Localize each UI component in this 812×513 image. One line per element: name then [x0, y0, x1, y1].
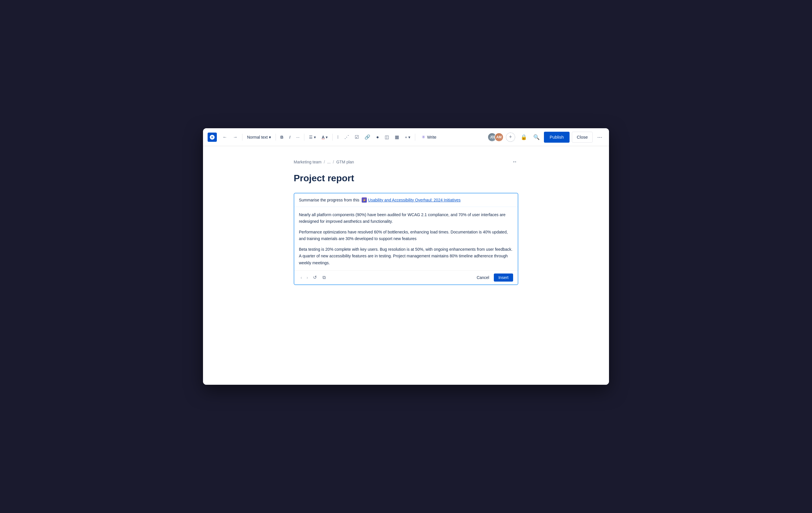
- numbered-list-icon: ⋰: [344, 135, 349, 139]
- ai-panel: Summarise the progress from this ⚡ Usabi…: [294, 193, 518, 285]
- text-format-label: Normal text: [247, 135, 268, 139]
- divider-4: [332, 134, 332, 141]
- divider-3: [304, 134, 304, 141]
- ai-paragraph-3: Beta testing is 20% complete with key us…: [299, 246, 513, 266]
- divider-5: [415, 134, 415, 141]
- page-title[interactable]: Project report: [294, 173, 518, 184]
- lightning-icon: ⚡: [362, 198, 366, 202]
- ai-content: Nearly all platform components (90%) hav…: [294, 207, 518, 266]
- collaborators-group: JD AM: [488, 133, 503, 142]
- ai-source-link[interactable]: ⚡ Usability and Accessibility Overhaul: …: [361, 197, 460, 202]
- ai-prev-icon: ‹: [300, 275, 302, 280]
- close-label: Close: [577, 135, 588, 139]
- divider-2: [276, 134, 276, 141]
- bold-button[interactable]: B: [278, 132, 286, 142]
- avatar-2[interactable]: AM: [494, 133, 503, 142]
- ai-copy-icon: ⧉: [322, 275, 326, 280]
- more-format-button[interactable]: ···: [294, 132, 302, 142]
- task-icon: ☑: [355, 135, 359, 139]
- write-ai-button[interactable]: ✳ Write: [417, 133, 440, 141]
- italic-label: I: [289, 135, 290, 139]
- divider-1: [242, 134, 242, 141]
- main-content: Marketing team / ... / GTM plan ↔ Projec…: [203, 146, 609, 385]
- ai-copy-button[interactable]: ⧉: [320, 274, 328, 281]
- breadcrumb-item-gtm[interactable]: GTM plan: [336, 160, 354, 164]
- columns-button[interactable]: ▦: [393, 132, 401, 142]
- add-collaborator-icon: +: [509, 134, 512, 140]
- expand-width-icon: ↔: [512, 159, 517, 165]
- ai-next-button[interactable]: ›: [305, 274, 310, 281]
- align-icon: ☰: [309, 135, 313, 139]
- lock-icon: 🔒: [521, 134, 527, 140]
- app-window: ← → Normal text ▾ B I ··· ☰ ▾ A ▾: [203, 128, 609, 385]
- ai-cancel-button[interactable]: Cancel: [473, 273, 493, 281]
- table-icon: ◫: [385, 135, 389, 139]
- write-label: Write: [427, 135, 436, 139]
- add-collaborator-button[interactable]: +: [506, 133, 515, 142]
- ai-paragraph-1: Nearly all platform components (90%) hav…: [299, 212, 513, 225]
- bullet-list-button[interactable]: ⁝: [335, 132, 341, 142]
- more-insert-button[interactable]: + ▾: [403, 132, 413, 142]
- align-chevron-icon: ▾: [314, 135, 316, 139]
- plus-icon: +: [405, 135, 407, 139]
- link-icon: 🔗: [365, 135, 370, 139]
- ai-refresh-button[interactable]: ↺: [311, 273, 319, 281]
- image-icon: ●: [376, 135, 379, 139]
- ai-next-icon: ›: [307, 275, 308, 280]
- breadcrumb: Marketing team / ... / GTM plan ↔: [294, 158, 518, 166]
- table-button[interactable]: ◫: [382, 132, 391, 142]
- align-button[interactable]: ☰ ▾: [307, 132, 318, 142]
- ai-prompt-row: Summarise the progress from this ⚡ Usabi…: [294, 193, 518, 207]
- ai-link-icon: ⚡: [361, 197, 367, 202]
- ai-insert-label: Insert: [498, 275, 509, 280]
- breadcrumb-item-ellipsis[interactable]: ...: [327, 160, 330, 164]
- ai-prompt-prefix: Summarise the progress from this: [299, 198, 359, 202]
- ai-insert-button[interactable]: Insert: [494, 273, 513, 281]
- app-logo[interactable]: [208, 133, 217, 142]
- undo-button[interactable]: ←: [220, 132, 230, 142]
- breadcrumb-sep-2: /: [333, 160, 334, 164]
- toolbar-right-actions: 🔒 🔍 Publish Close ···: [519, 132, 604, 143]
- ai-refresh-icon: ↺: [313, 275, 317, 280]
- color-button[interactable]: A ▾: [319, 132, 330, 142]
- write-ai-icon: ✳: [422, 134, 425, 140]
- more-format-label: ···: [296, 135, 300, 139]
- bold-label: B: [281, 135, 284, 139]
- more-options-button[interactable]: ···: [595, 132, 604, 142]
- text-format-dropdown[interactable]: Normal text ▾: [245, 132, 273, 142]
- expand-width-button[interactable]: ↔: [511, 158, 518, 166]
- ai-prev-button[interactable]: ‹: [299, 274, 304, 281]
- task-button[interactable]: ☑: [352, 132, 361, 142]
- publish-button[interactable]: Publish: [544, 132, 570, 143]
- search-icon: 🔍: [533, 134, 540, 140]
- ai-paragraph-2: Performance optimizations have resolved …: [299, 229, 513, 242]
- breadcrumb-actions: ↔: [511, 158, 518, 166]
- ai-link-label: Usability and Accessibility Overhaul: 20…: [368, 198, 460, 202]
- link-button[interactable]: 🔗: [362, 132, 373, 142]
- bullet-list-icon: ⁝: [337, 135, 339, 139]
- breadcrumb-item-marketing[interactable]: Marketing team: [294, 160, 321, 164]
- close-button[interactable]: Close: [572, 132, 592, 143]
- more-options-icon: ···: [597, 134, 602, 140]
- editor-area: Marketing team / ... / GTM plan ↔ Projec…: [282, 158, 530, 285]
- breadcrumb-sep-1: /: [324, 160, 325, 164]
- ai-cancel-label: Cancel: [476, 275, 489, 280]
- text-format-chevron-icon: ▾: [269, 135, 271, 139]
- more-insert-chevron-icon: ▾: [408, 135, 410, 139]
- italic-button[interactable]: I: [287, 132, 293, 142]
- color-text-icon: A: [322, 135, 324, 139]
- color-chevron-icon: ▾: [326, 135, 328, 139]
- lock-button[interactable]: 🔒: [519, 132, 529, 142]
- publish-label: Publish: [550, 135, 564, 139]
- columns-icon: ▦: [395, 135, 399, 139]
- redo-button[interactable]: →: [231, 132, 240, 142]
- search-button[interactable]: 🔍: [531, 132, 542, 142]
- ai-action-toolbar: ‹ › ↺ ⧉ Cancel Inse: [294, 270, 518, 285]
- numbered-list-button[interactable]: ⋰: [342, 132, 351, 142]
- image-button[interactable]: ●: [374, 132, 381, 142]
- toolbar: ← → Normal text ▾ B I ··· ☰ ▾ A ▾: [203, 128, 609, 146]
